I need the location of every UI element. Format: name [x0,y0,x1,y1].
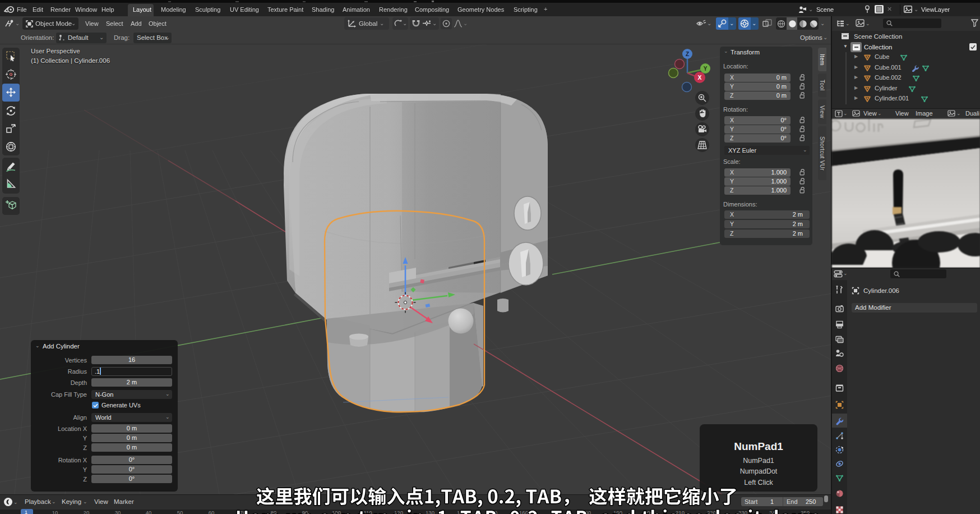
svg-text:Z: Z [686,51,689,57]
svg-text:Y: Y [704,66,708,72]
svg-text:X: X [697,74,701,81]
